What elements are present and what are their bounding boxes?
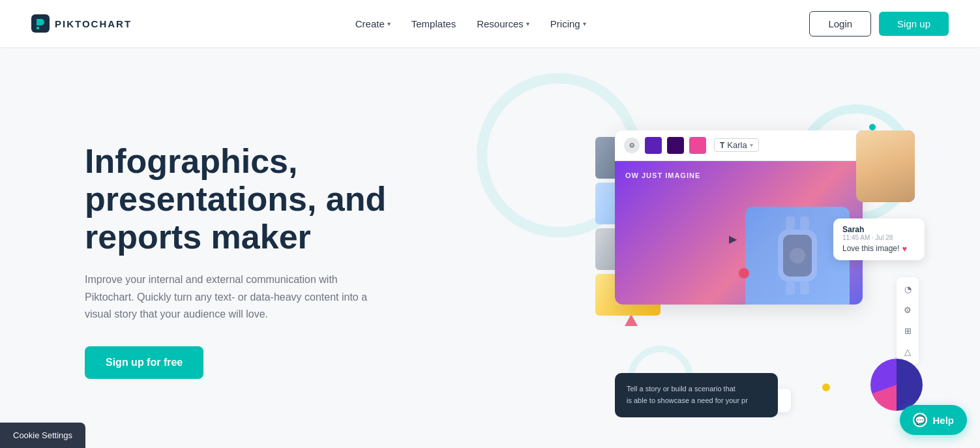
svg-rect-7 [786,282,795,295]
comment-author: Sarah [842,225,915,234]
editor-card: ⊙ T Karla ▾ OW JUST IMAGINE [615,130,863,305]
svg-point-4 [790,248,805,263]
signup-button[interactable]: Sign up [879,12,949,36]
color-swatch-dark[interactable] [667,137,684,154]
svg-rect-1 [37,27,39,29]
signup-free-button[interactable]: Sign up for free [85,346,203,379]
nav-resources[interactable]: Resources ▾ [477,18,529,29]
watch-svg [758,217,837,301]
person-photo [856,130,915,202]
font-selector[interactable]: T Karla ▾ [714,138,759,152]
help-label: Help [932,415,954,426]
grid-tool-icon[interactable]: ⊞ [900,324,915,338]
settings-tool-icon[interactable]: ⚙ [900,303,915,318]
cursor-icon: ▶ [729,233,737,245]
nav-links: Create ▾ Templates Resources ▾ Pricing ▾ [355,18,586,29]
color-swatch-purple[interactable] [645,137,662,154]
data-card-text: Tell a story or build a scenario thatis … [627,383,766,406]
navbar: PIKTOCHART Create ▾ Templates Resources … [0,0,980,47]
pie-chart-card [870,359,923,411]
shape-tool-icon[interactable]: △ [900,345,915,359]
login-button[interactable]: Login [809,11,871,37]
heart-icon: ♥ [902,244,907,254]
editor-canvas: OW JUST IMAGINE ▶ [615,161,863,305]
red-dot-accent [739,268,749,278]
nav-actions: Login Sign up [809,11,949,37]
chart-tool-icon[interactable]: ◔ [900,282,915,297]
chevron-down-icon: ▾ [583,20,586,27]
deco-triangle [625,314,638,326]
svg-rect-8 [800,282,809,295]
chevron-down-icon: ▾ [526,20,529,27]
hero-title: Infographics, presentations, and reports… [85,142,386,256]
nav-pricing[interactable]: Pricing ▾ [550,18,586,29]
brand-logo[interactable]: PIKTOCHART [31,14,132,33]
person-photo-inner [856,130,915,202]
svg-rect-6 [800,217,809,230]
pie-chart [870,359,923,411]
data-card: Tell a story or build a scenario thatis … [615,373,778,417]
help-button[interactable]: 💬 Help [900,405,967,435]
tool-panel: ◔ ⚙ ⊞ △ [897,277,919,365]
color-swatch-pink[interactable] [689,137,706,154]
svg-rect-5 [786,217,795,230]
deco-dot-yellow [822,383,830,391]
logo-icon [31,14,50,33]
deco-dot-teal [869,124,876,130]
cookie-banner[interactable]: Cookie Settings [0,423,85,448]
cookie-label: Cookie Settings [13,430,72,440]
hero-left: Infographics, presentations, and reports… [85,142,386,380]
help-chat-icon: 💬 [913,413,927,427]
comment-text: Love this image! ♥ [842,244,915,254]
hero-mockup: + ⊙ T Karla ▾ OW JUST IMAGIN [589,91,928,430]
canvas-text: OW JUST IMAGINE [625,172,700,179]
comment-timestamp: 11:45 AM · Jul 28 [842,234,915,241]
eyedropper-icon[interactable]: ⊙ [624,138,640,153]
nav-create[interactable]: Create ▾ [355,18,391,29]
comment-bubble: Sarah 11:45 AM · Jul 28 Love this image!… [833,218,925,260]
hero-subtitle: Improve your internal and external commu… [85,271,372,323]
hero-section: Infographics, presentations, and reports… [0,47,980,448]
nav-templates[interactable]: Templates [411,18,456,29]
editor-toolbar: ⊙ T Karla ▾ [615,130,863,161]
chevron-down-icon: ▾ [387,20,391,27]
brand-name: PIKTOCHART [55,18,132,29]
